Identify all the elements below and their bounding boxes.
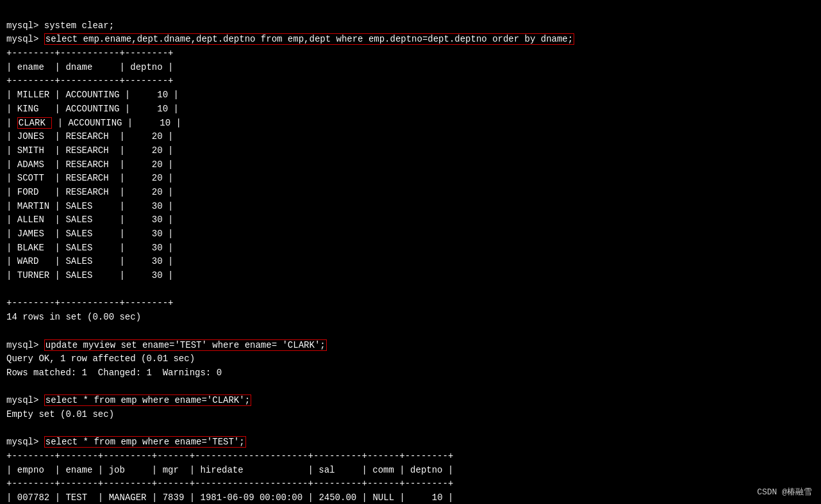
deptno-value: 10 [432,492,443,503]
table-row: | MARTIN | SALES | 30 | [6,200,815,214]
query2-highlight: update myview set ename='TEST' where ena… [44,339,327,351]
table-row: | TURNER | SALES | 30 | [6,269,815,283]
result2-border-top: +--------+-------+---------+------+-----… [6,451,453,461]
table-border-bottom: +--------+-----------+--------+ [6,298,173,308]
query1-highlight: select emp.ename,dept.dname,dept.deptno … [44,33,574,45]
table-row: | JONES | RESEARCH | 20 | [6,130,815,144]
table-header: | ename | dname | deptno | [6,62,173,72]
watermark: CSDN @椿融雪 [757,486,812,498]
result2-header: | empno | ename | job | mgr | hiredate |… [6,465,453,475]
rows-matched: Rows matched: 1 Changed: 1 Warnings: 0 [6,368,222,378]
query-ok: Query OK, 1 row affected (0.01 sec) [6,354,195,364]
hiredate-value: 1981-06-09 00:00:00 [201,492,303,503]
empno-value: 007782 [17,492,49,503]
query3-highlight: select * from emp where ename='CLARK'; [44,394,251,406]
table-row: | ADAMS | RESEARCH | 20 | [6,158,815,172]
query2-line: mysql> update myview set ename='TEST' wh… [6,339,327,351]
query1-line: mysql> select emp.ename,dept.dname,dept.… [6,33,574,45]
table-row: | KING | ACCOUNTING | 10 | [6,102,815,117]
empty-set: Empty set (0.01 sec) [6,409,114,419]
table-row: | SCOTT | RESEARCH | 20 | [6,172,815,186]
table-row: | CLARK | ACCOUNTING | 10 | [6,117,815,131]
query4-highlight: select * from emp where ename='TEST'; [44,436,246,448]
query3-line: mysql> select * from emp where ename='CL… [6,394,251,406]
table-rows: | MILLER | ACCOUNTING | 10 || KING | ACC… [6,88,815,283]
result2-row: | 007782 | TEST | MANAGER | 7839 | 1981-… [6,492,453,503]
row-count: 14 rows in set (0.00 sec) [6,312,141,322]
clark-highlight: CLARK [17,117,52,129]
result2-border-header: +--------+-------+---------+------+-----… [6,478,453,489]
table-row: | BLAKE | SALES | 30 | [6,241,815,256]
mgr-value: 7839 [163,492,185,503]
table-row: | SMITH | RESEARCH | 20 | [6,144,815,158]
terminal-continued: +--------+-----------+--------+ 14 rows … [6,283,815,504]
table-row: | ALLEN | SALES | 30 | [6,213,815,227]
table-row: | FORD | RESEARCH | 20 | [6,186,815,200]
table-row: | WARD | SALES | 30 | [6,255,815,269]
system-clear-line: mysql> system clear; [6,20,114,31]
table-row: | MILLER | ACCOUNTING | 10 | [6,88,815,102]
job-value: MANAGER [109,492,147,503]
comm-value: NULL [372,492,394,503]
sal-value: 2450.00 [319,492,356,503]
ename-value: TEST [65,492,87,503]
terminal: mysql> system clear; mysql> select emp.e… [6,5,815,88]
table-border-top: +--------+-----------+--------+ [6,48,173,58]
query4-line: mysql> select * from emp where ename='TE… [6,436,246,448]
table-row: | JAMES | SALES | 30 | [6,227,815,241]
table-border-header: +--------+-----------+--------+ [6,76,173,86]
